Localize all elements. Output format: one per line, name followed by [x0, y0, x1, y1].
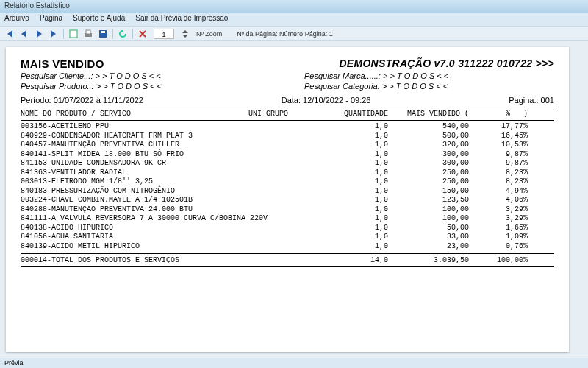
cell-qtd: 1,0 — [322, 242, 388, 252]
menu-arquivo[interactable]: Arquivo — [4, 14, 29, 26]
total-row: 000014-TOTAL DOS PRODUTOS E SERVIÇOS 14,… — [21, 256, 554, 264]
nav-prev-icon[interactable] — [18, 28, 31, 40]
menu-sair[interactable]: Sair da Prévia de Impressão — [135, 14, 228, 26]
menu-suporte[interactable]: Suporte e Ajuda — [73, 14, 125, 26]
cell-mais: 500,00 — [388, 132, 469, 141]
svg-rect-4 — [101, 31, 105, 33]
cell-qtd: 1,0 — [322, 159, 388, 169]
svg-rect-2 — [86, 30, 90, 34]
cell-mais: 250,00 — [388, 177, 469, 187]
table-row: 840457-MANUTENÇÃO PREVENTIVA CHILLER1,03… — [21, 141, 554, 150]
cell-nome: 840929-CONDENSADOR HEATCRAFT FRM PLAT 3 — [21, 132, 248, 141]
total-nome: 000014-TOTAL DOS PRODUTOS E SERVIÇOS — [21, 256, 248, 264]
pagina-label: Pagina.: 001 — [509, 96, 554, 105]
cell-pct: 9,87% — [469, 150, 528, 160]
cell-nome: 840139-ACIDO METIL HIPURICO — [21, 242, 248, 252]
cell-mais: 100,00 — [388, 214, 469, 224]
produto-label: Pesquisar Produto..: — [21, 82, 94, 91]
window-titlebar: Relatório Estatístico — [0, 0, 588, 13]
cell-mais: 250,00 — [388, 169, 469, 178]
nav-next-icon[interactable] — [32, 28, 46, 40]
total-pct: 100,00% — [469, 256, 528, 264]
cell-pct: 3,29% — [469, 214, 528, 224]
categ-label: Pesquisar Categoria: — [304, 82, 380, 91]
print-preview-viewport[interactable]: MAIS VENDIDO DEMONSTRAÇÃO v7.0 311222 01… — [0, 41, 588, 358]
cell-qtd: 1,0 — [322, 224, 388, 233]
cell-qtd: 1,0 — [322, 177, 388, 187]
zoom-input[interactable]: 1 — [154, 29, 174, 39]
cell-pct: 10,53% — [469, 141, 528, 150]
nav-last-icon[interactable] — [47, 28, 60, 40]
col-mais: MAIS VENDIDO ( — [388, 110, 469, 118]
divider — [21, 120, 554, 121]
cell-mais: 300,00 — [388, 150, 469, 160]
divider — [21, 266, 554, 267]
cell-pct: 4,06% — [469, 196, 528, 205]
toolbar: 1 Nº Zoom Nº da Página: Número Página: 1 — [0, 26, 588, 41]
cell-nome: 003224-CHAVE COMBIN.MAYLE A 1/4 102501B — [21, 196, 248, 205]
col-nome: NOME DO PRODUTO / SERVICO — [21, 110, 248, 118]
zoom-stepper-icon[interactable] — [179, 28, 192, 40]
divider — [21, 107, 554, 107]
refresh-icon[interactable] — [116, 28, 129, 40]
cell-mais: 100,00 — [388, 205, 469, 215]
report-subtitle: DEMONSTRAÇÃO v7.0 311222 010722 >>> — [339, 57, 554, 70]
menu-pagina[interactable]: Página — [40, 14, 62, 26]
toolbar-separator — [132, 29, 133, 39]
report-title: MAIS VENDIDO — [21, 57, 104, 70]
cell-mais: 150,00 — [388, 187, 469, 197]
marca-value: > > T O D O S < < — [383, 71, 448, 80]
produto-value: > > T O D O S < < — [96, 82, 162, 91]
cell-qtd: 1,0 — [322, 187, 388, 197]
cell-pct: 1,09% — [469, 233, 528, 242]
table-row: 003156-ACETILENO PPU1,0540,0017,77% — [21, 122, 554, 132]
toolbar-separator — [63, 29, 64, 39]
cell-nome: 841153-UNIDADE CONDENSADORA 9K CR — [21, 159, 248, 169]
print-icon[interactable] — [82, 28, 95, 40]
save-icon[interactable] — [96, 28, 110, 40]
col-pct: % ) — [469, 110, 528, 118]
cell-mais: 123,50 — [388, 196, 469, 205]
table-row: 840141-SPLIT MIDEA 18.000 BTU SÓ FRIO1,0… — [21, 150, 554, 160]
cell-mais: 320,00 — [388, 141, 469, 150]
table-row: 841111-A VALVULA REVERSORA 7 A 30000 CUR… — [21, 214, 554, 224]
table-row: 840288-MANUTENÇÃO PREVENTIVA 24.000 BTU1… — [21, 205, 554, 215]
cell-qtd: 1,0 — [322, 196, 388, 205]
cliente-label: Pesquisar Cliente...: — [21, 71, 93, 80]
cell-pct: 9,87% — [469, 159, 528, 169]
cell-pct: 8,23% — [469, 177, 528, 187]
table-row: 840138-ACIDO HIPURICO1,050,001,65% — [21, 224, 554, 233]
categ-value: > > T O D O S < < — [382, 82, 448, 91]
window-title: Relatório Estatístico — [4, 1, 70, 10]
cell-pct: 17,77% — [469, 122, 528, 132]
cell-nome: 840288-MANUTENÇÃO PREVENTIVA 24.000 BTU — [21, 205, 248, 215]
table-row: 840139-ACIDO METIL HIPURICO1,023,000,76% — [21, 242, 554, 252]
statusbar: Prévia — [0, 358, 588, 368]
total-qtd: 14,0 — [322, 256, 388, 264]
cell-qtd: 1,0 — [322, 205, 388, 215]
cell-qtd: 1,0 — [322, 122, 388, 132]
cell-pct: 1,65% — [469, 224, 528, 233]
status-label: Prévia — [4, 359, 24, 367]
close-icon[interactable] — [136, 28, 149, 40]
cell-qtd: 1,0 — [322, 214, 388, 224]
cell-nome: 003156-ACETILENO PPU — [21, 122, 248, 132]
cell-pct: 16,45% — [469, 132, 528, 141]
table-row: 840183-PRESSURIZAÇÃO COM NITROGÊNIO1,015… — [21, 187, 554, 197]
cell-nome: 841056-AGUA SANITARIA — [21, 233, 248, 242]
total-mais: 3.039,50 — [388, 256, 469, 264]
col-qtd: QUANTIDADE — [322, 110, 388, 118]
cell-nome: 840457-MANUTENÇÃO PREVENTIVA CHILLER — [21, 141, 248, 150]
cell-pct: 4,94% — [469, 187, 528, 197]
table-row: 841363-VENTILADOR RADIAL1,0250,008,23% — [21, 169, 554, 178]
data-label: Data: 12/10/2022 - 09:26 — [282, 96, 371, 105]
svg-rect-0 — [70, 30, 77, 38]
cell-mais: 33,00 — [388, 233, 469, 242]
menubar: Arquivo Página Suporte e Ajuda Sair da P… — [0, 13, 588, 26]
page-setup-icon[interactable] — [67, 28, 80, 40]
cell-nome: 840138-ACIDO HIPURICO — [21, 224, 248, 233]
cliente-value: > > T O D O S < < — [96, 71, 161, 80]
cell-nome: 003013-ELETRODO MGM 1/8'' 3,25 — [21, 177, 248, 187]
report-page: MAIS VENDIDO DEMONSTRAÇÃO v7.0 311222 01… — [6, 47, 569, 352]
nav-first-icon[interactable] — [3, 28, 16, 40]
